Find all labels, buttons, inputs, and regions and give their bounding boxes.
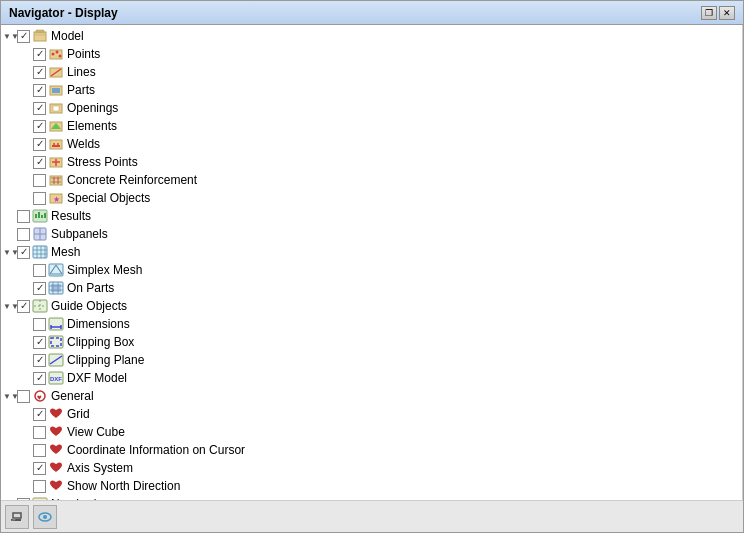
tree-item-special-objects[interactable]: ★Special Objects	[1, 189, 742, 207]
checkbox-welds[interactable]	[33, 138, 46, 151]
tree-item-grid[interactable]: Grid	[1, 405, 742, 423]
label-general: General	[51, 389, 94, 403]
checkbox-elements[interactable]	[33, 120, 46, 133]
checkbox-simplex-mesh[interactable]	[33, 264, 46, 277]
label-welds: Welds	[67, 137, 100, 151]
checkbox-clipping-box[interactable]	[33, 336, 46, 349]
tree-item-openings[interactable]: Openings	[1, 99, 742, 117]
checkbox-dimensions[interactable]	[33, 318, 46, 331]
checkbox-parts[interactable]	[33, 84, 46, 97]
label-simplex-mesh: Simplex Mesh	[67, 263, 142, 277]
svg-marker-71	[13, 513, 21, 518]
window-title: Navigator - Display	[9, 6, 118, 20]
checkbox-view-cube[interactable]	[33, 426, 46, 439]
checkbox-axis-system[interactable]	[33, 462, 46, 475]
tree-item-simplex-mesh[interactable]: Simplex Mesh	[1, 261, 742, 279]
icon-axis-system	[48, 460, 64, 476]
svg-point-17	[53, 143, 55, 145]
svg-rect-12	[53, 106, 59, 111]
tree-item-show-north[interactable]: Show North Direction	[1, 477, 742, 495]
tree-item-elements[interactable]: Elements	[1, 117, 742, 135]
expander-general[interactable]: ▼	[5, 388, 17, 404]
checkbox-openings[interactable]	[33, 102, 46, 115]
edit-icon-button[interactable]	[5, 505, 29, 529]
checkbox-guide-objects[interactable]	[17, 300, 30, 313]
label-elements: Elements	[67, 119, 117, 133]
checkbox-lines[interactable]	[33, 66, 46, 79]
close-button[interactable]: ✕	[719, 6, 735, 20]
label-dxf-model: DXF Model	[67, 371, 127, 385]
edit-icon	[9, 509, 25, 525]
icon-openings	[48, 100, 64, 116]
restore-button[interactable]: ❐	[701, 6, 717, 20]
icon-coord-info	[48, 442, 64, 458]
tree-item-mesh[interactable]: ▼Mesh	[1, 243, 742, 261]
expander-model[interactable]: ▼	[5, 28, 17, 44]
icon-grid	[48, 406, 64, 422]
tree-item-clipping-box[interactable]: Clipping Box	[1, 333, 742, 351]
checkbox-grid[interactable]	[33, 408, 46, 421]
tree-item-on-parts[interactable]: On Parts	[1, 279, 742, 297]
label-results: Results	[51, 209, 91, 223]
label-axis-system: Axis System	[67, 461, 133, 475]
svg-point-74	[43, 515, 47, 519]
svg-text:DXF: DXF	[50, 376, 62, 382]
checkbox-special-objects[interactable]	[33, 192, 46, 205]
label-view-cube: View Cube	[67, 425, 125, 439]
checkbox-on-parts[interactable]	[33, 282, 46, 295]
checkbox-points[interactable]	[33, 48, 46, 61]
tree-item-view-cube[interactable]: View Cube	[1, 423, 742, 441]
svg-rect-0	[34, 32, 46, 41]
icon-view-cube	[48, 424, 64, 440]
bottom-bar	[1, 500, 743, 532]
tree-item-dxf-model[interactable]: DXFDXF Model	[1, 369, 742, 387]
tree-item-general[interactable]: ▼♥General	[1, 387, 742, 405]
label-clipping-plane: Clipping Plane	[67, 353, 144, 367]
checkbox-coord-info[interactable]	[33, 444, 46, 457]
tree-item-welds[interactable]: Welds	[1, 135, 742, 153]
tree-item-concrete-reinforcement[interactable]: Concrete Reinforcement	[1, 171, 742, 189]
label-points: Points	[67, 47, 100, 61]
checkbox-dxf-model[interactable]	[33, 372, 46, 385]
tree-panel[interactable]: ▼ModelPointsLinesPartsOpeningsElementsWe…	[1, 25, 743, 500]
icon-concrete-reinforcement	[48, 172, 64, 188]
checkbox-stress-points[interactable]	[33, 156, 46, 169]
checkbox-model[interactable]	[17, 30, 30, 43]
tree-item-lines[interactable]: Lines	[1, 63, 742, 81]
label-dimensions: Dimensions	[67, 317, 130, 331]
checkbox-show-north[interactable]	[33, 480, 46, 493]
label-concrete-reinforcement: Concrete Reinforcement	[67, 173, 197, 187]
svg-rect-10	[52, 88, 60, 93]
expander-mesh[interactable]: ▼	[5, 244, 17, 260]
tree-item-subpanels[interactable]: Subpanels	[1, 225, 742, 243]
expander-guide-objects[interactable]: ▼	[5, 298, 17, 314]
checkbox-results[interactable]	[17, 210, 30, 223]
content-area: ▼ModelPointsLinesPartsOpeningsElementsWe…	[1, 25, 743, 500]
label-subpanels: Subpanels	[51, 227, 108, 241]
tree-container: ▼ModelPointsLinesPartsOpeningsElementsWe…	[1, 25, 742, 500]
checkbox-subpanels[interactable]	[17, 228, 30, 241]
label-guide-objects: Guide Objects	[51, 299, 127, 313]
icon-on-parts	[48, 280, 64, 296]
tree-item-axis-system[interactable]: Axis System	[1, 459, 742, 477]
checkbox-clipping-plane[interactable]	[33, 354, 46, 367]
tree-item-points[interactable]: Points	[1, 45, 742, 63]
checkbox-concrete-reinforcement[interactable]	[33, 174, 46, 187]
checkbox-general[interactable]	[17, 390, 30, 403]
checkbox-mesh[interactable]	[17, 246, 30, 259]
tree-item-model[interactable]: ▼Model	[1, 27, 742, 45]
icon-dxf-model: DXF	[48, 370, 64, 386]
tree-item-stress-points[interactable]: Stress Points	[1, 153, 742, 171]
tree-item-dimensions[interactable]: Dimensions	[1, 315, 742, 333]
tree-item-coord-info[interactable]: Coordinate Information on Cursor	[1, 441, 742, 459]
icon-model	[32, 28, 48, 44]
title-bar: Navigator - Display ❐ ✕	[1, 1, 743, 25]
tree-item-results[interactable]: Results	[1, 207, 742, 225]
tree-item-parts[interactable]: Parts	[1, 81, 742, 99]
icon-guide-objects	[32, 298, 48, 314]
eye-icon-button[interactable]	[33, 505, 57, 529]
icon-lines	[48, 64, 64, 80]
tree-item-guide-objects[interactable]: ▼Guide Objects	[1, 297, 742, 315]
tree-item-clipping-plane[interactable]: Clipping Plane	[1, 351, 742, 369]
eye-icon	[37, 509, 53, 525]
